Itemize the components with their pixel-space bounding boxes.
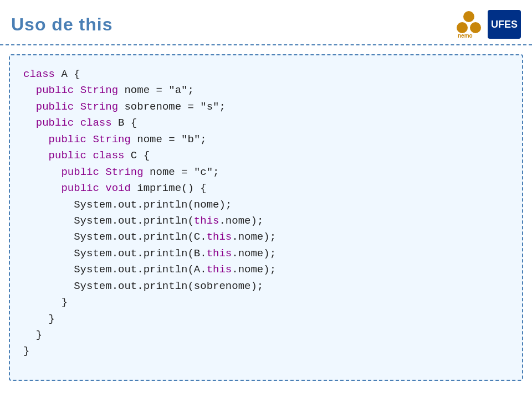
ufes-logo: UFES bbox=[488, 10, 521, 39]
svg-point-1 bbox=[457, 22, 468, 33]
svg-text:nemo: nemo bbox=[458, 33, 473, 39]
page-title: Uso de this bbox=[11, 14, 112, 35]
svg-point-0 bbox=[463, 11, 474, 22]
nemo-icon: nemo bbox=[454, 10, 483, 39]
svg-point-2 bbox=[470, 22, 481, 33]
header-divider bbox=[0, 44, 532, 45]
code-content-area: class A { public String nome = "a"; publ… bbox=[9, 54, 523, 381]
header: Uso de this nemo UFES bbox=[0, 0, 532, 44]
code-block: class A { public String nome = "a"; publ… bbox=[23, 66, 509, 360]
nemo-logo: nemo bbox=[454, 10, 483, 39]
logo-area: nemo UFES bbox=[454, 10, 521, 39]
page-wrapper: Uso de this nemo UFES bbox=[0, 0, 532, 381]
